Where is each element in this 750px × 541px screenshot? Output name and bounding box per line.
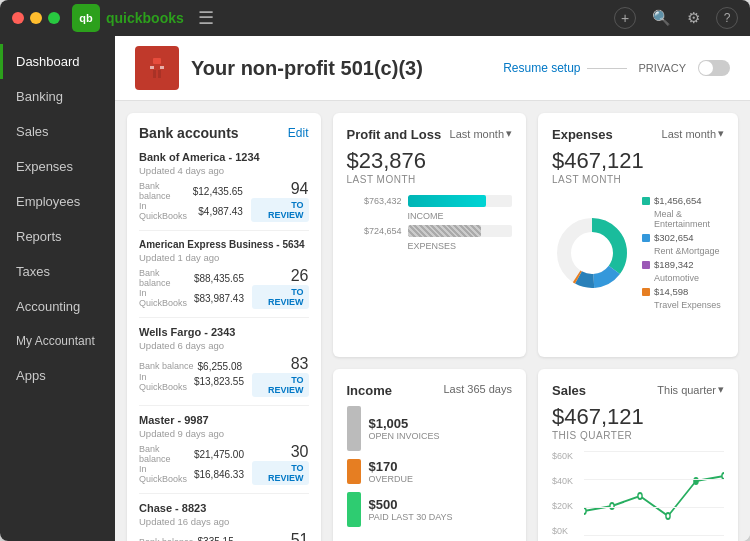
- expenses-label: LAST MONTH: [552, 174, 724, 185]
- overdue-label: OVERDUE: [369, 474, 414, 484]
- legend-label-3: Automotive: [642, 273, 724, 283]
- bank-account-5: Chase - 8823 Updated 16 days ago Bank ba…: [139, 502, 309, 541]
- legend-item-1: $1,456,654: [642, 195, 724, 206]
- settings-icon[interactable]: ⚙: [687, 9, 700, 27]
- resume-setup-link[interactable]: Resume setup: [503, 61, 580, 75]
- main-layout: Dashboard Banking Sales Expenses Employe…: [0, 36, 750, 541]
- y-label-40k: $40K: [552, 476, 582, 486]
- overdue-amount: $170: [369, 459, 414, 474]
- search-icon[interactable]: 🔍: [652, 9, 671, 27]
- review-badge-3[interactable]: TO REVIEW: [252, 373, 309, 397]
- expenses-bar-track: [408, 225, 513, 237]
- income-period[interactable]: Last 365 days: [444, 383, 513, 395]
- y-label-60k: $60K: [552, 451, 582, 461]
- bank-balances-5: Bank balance $335.15 In QuickBooks $212.…: [139, 536, 237, 541]
- org-icon: [135, 46, 179, 90]
- svg-rect-5: [160, 66, 164, 69]
- qb-logo-icon: qb: [72, 4, 100, 32]
- header-actions: Resume setup PRIVACY: [503, 60, 730, 76]
- income-label: INCOME: [347, 211, 513, 221]
- bank-review-row-4: Bank balance $21,475.00 In QuickBooks $1…: [139, 443, 309, 485]
- expenses-bar-fill: [408, 225, 481, 237]
- bank-review-row-3: Bank balance $6,255.08 In QuickBooks $13…: [139, 355, 309, 397]
- review-badge-2[interactable]: TO REVIEW: [252, 285, 309, 309]
- help-icon[interactable]: ?: [716, 7, 738, 29]
- profit-loss-title: Profit and Loss: [347, 127, 442, 142]
- income-bar-fill: [408, 195, 486, 207]
- income-card: Income Last 365 days $1,005 OPEN INVOICE…: [333, 369, 527, 541]
- close-button[interactable]: [12, 12, 24, 24]
- review-count-3: 83: [252, 355, 309, 373]
- maximize-button[interactable]: [48, 12, 60, 24]
- overdue-info: $170 OVERDUE: [369, 459, 414, 484]
- paid-info: $500 PAID LAST 30 DAYS: [369, 497, 453, 522]
- profit-loss-amount: $23,876: [347, 148, 513, 174]
- expenses-period[interactable]: Last month ▾: [662, 127, 724, 140]
- bank-review-row-5: Bank balance $335.15 In QuickBooks $212.…: [139, 531, 309, 541]
- sidebar-item-employees[interactable]: Employees: [0, 184, 115, 219]
- sidebar-item-accounting[interactable]: Accounting: [0, 289, 115, 324]
- income-header: Income Last 365 days: [347, 383, 513, 398]
- bank-balances-3: Bank balance $6,255.08 In QuickBooks $13…: [139, 361, 244, 392]
- grid-line-2: [584, 479, 724, 480]
- paid-bar: [347, 492, 361, 527]
- bank-account-4: Master - 9987 Updated 9 days ago Bank ba…: [139, 414, 309, 494]
- svg-point-13: [610, 503, 614, 509]
- grid-line-4: [584, 535, 724, 536]
- svg-point-11: [572, 233, 612, 273]
- svg-rect-4: [150, 66, 154, 69]
- dashboard-grid: Profit and Loss Last month ▾ $23,876 LAS…: [115, 101, 750, 541]
- review-section-1: 94 TO REVIEW: [251, 180, 309, 222]
- add-icon[interactable]: +: [614, 7, 636, 29]
- hamburger-icon[interactable]: ☰: [198, 7, 214, 29]
- sidebar-item-expenses[interactable]: Expenses: [0, 149, 115, 184]
- review-section-2: 26 TO REVIEW: [252, 267, 309, 309]
- profit-loss-period[interactable]: Last month ▾: [450, 127, 512, 140]
- expenses-value: $724,654: [347, 226, 402, 236]
- sidebar-nav: Dashboard Banking Sales Expenses Employe…: [0, 36, 115, 393]
- income-title: Income: [347, 383, 393, 398]
- grid-line-1: [584, 451, 724, 452]
- sidebar-item-my-accountant[interactable]: My Accountant: [0, 324, 115, 358]
- bank-name-1: Bank of America - 1234: [139, 151, 309, 163]
- sidebar-item-dashboard[interactable]: Dashboard: [0, 44, 115, 79]
- sales-period[interactable]: This quarter ▾: [657, 383, 724, 396]
- profit-loss-label: LAST MONTH: [347, 174, 513, 185]
- review-count-4: 30: [252, 443, 309, 461]
- review-badge-4[interactable]: TO REVIEW: [252, 461, 309, 485]
- sidebar-item-sales[interactable]: Sales: [0, 114, 115, 149]
- svg-point-14: [638, 493, 642, 499]
- open-invoices-amount: $1,005: [369, 416, 440, 431]
- review-count-5: 51: [248, 531, 308, 541]
- legend-dot-2: [642, 234, 650, 242]
- expenses-donut-section: $1,456,654 Meal & Entertainment $302,654…: [552, 195, 724, 310]
- svg-rect-1: [153, 58, 161, 64]
- bank-account-3: Wells Fargo - 2343 Updated 6 days ago Ba…: [139, 326, 309, 406]
- privacy-toggle[interactable]: [698, 60, 730, 76]
- sidebar-item-taxes[interactable]: Taxes: [0, 254, 115, 289]
- bank-accounts-header: Bank accounts Edit: [139, 125, 309, 141]
- sales-title: Sales: [552, 383, 586, 398]
- sidebar-item-reports[interactable]: Reports: [0, 219, 115, 254]
- legend-item-3: $189,342: [642, 259, 724, 270]
- review-section-4: 30 TO REVIEW: [252, 443, 309, 485]
- bank-updated-4: Updated 9 days ago: [139, 428, 309, 439]
- review-section-5: 51 TO REVIEW: [248, 531, 308, 541]
- expenses-amount: $467,121: [552, 148, 724, 174]
- sales-header: Sales This quarter ▾: [552, 383, 724, 398]
- title-bar-actions: + 🔍 ⚙ ?: [614, 7, 738, 29]
- y-axis: $60K $40K $20K $0K: [552, 451, 582, 536]
- legend-dot-3: [642, 261, 650, 269]
- sidebar-item-banking[interactable]: Banking: [0, 79, 115, 114]
- review-badge-1[interactable]: TO REVIEW: [251, 198, 309, 222]
- bank-accounts-card: Bank accounts Edit Bank of America - 123…: [127, 113, 321, 541]
- sidebar: Dashboard Banking Sales Expenses Employe…: [0, 36, 115, 541]
- qb-logo-text: qb: [79, 12, 92, 24]
- income-bar-open: $1,005 OPEN INVOICES: [347, 406, 513, 451]
- income-bar-track: [408, 195, 513, 207]
- legend-label-4: Travel Expenses: [642, 300, 724, 310]
- minimize-button[interactable]: [30, 12, 42, 24]
- edit-link[interactable]: Edit: [288, 126, 309, 140]
- legend-item-2: $302,654: [642, 232, 724, 243]
- sidebar-item-apps[interactable]: Apps: [0, 358, 115, 393]
